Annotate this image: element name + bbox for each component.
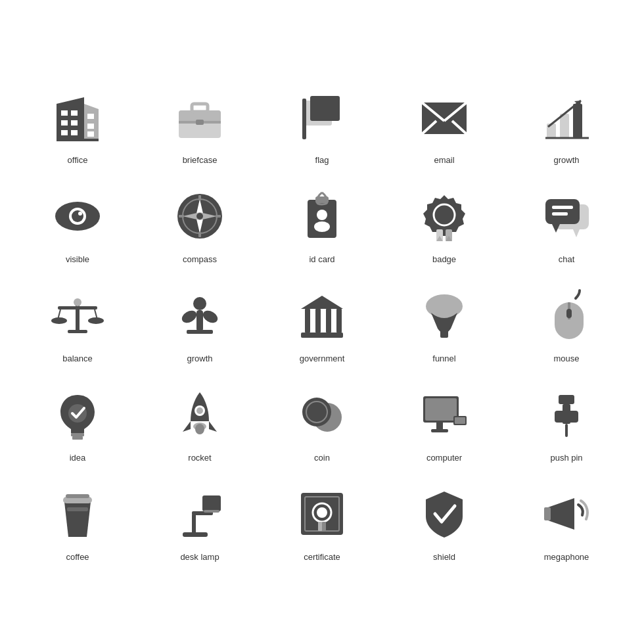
svg-point-34 bbox=[72, 210, 83, 222]
svg-rect-106 bbox=[565, 424, 568, 437]
balance-label: balance bbox=[62, 354, 93, 363]
svg-rect-98 bbox=[425, 398, 457, 421]
compass-icon bbox=[167, 183, 233, 249]
svg-rect-60 bbox=[552, 212, 568, 216]
id-card-label: id card bbox=[309, 254, 334, 264]
certificate-label: certificate bbox=[304, 552, 340, 562]
svg-rect-44 bbox=[216, 215, 221, 218]
svg-rect-113 bbox=[202, 495, 221, 511]
svg-point-69 bbox=[193, 297, 206, 310]
idea-icon bbox=[45, 382, 110, 448]
svg-rect-46 bbox=[315, 196, 329, 203]
rocket-icon bbox=[167, 382, 233, 448]
push-pin-icon bbox=[534, 382, 599, 448]
icon-item-desk-lamp: desk lamp bbox=[142, 474, 258, 567]
growth-chart-icon bbox=[534, 84, 599, 150]
svg-point-40 bbox=[196, 213, 203, 219]
email-icon bbox=[411, 84, 477, 150]
desk-lamp-icon bbox=[167, 481, 233, 547]
svg-rect-14 bbox=[192, 104, 208, 112]
certificate-icon bbox=[289, 481, 355, 547]
computer-icon bbox=[411, 382, 477, 448]
growth-person-icon bbox=[167, 283, 233, 348]
shield-icon bbox=[411, 481, 477, 547]
svg-point-68 bbox=[74, 298, 81, 306]
svg-rect-100 bbox=[431, 429, 448, 432]
flag-label: flag bbox=[315, 155, 329, 165]
desk-lamp-label: desk lamp bbox=[180, 552, 219, 562]
funnel-label: funnel bbox=[432, 354, 455, 363]
svg-point-67 bbox=[88, 317, 104, 324]
rocket-label: rocket bbox=[188, 453, 211, 463]
svg-rect-16 bbox=[196, 120, 204, 125]
svg-point-70 bbox=[180, 308, 199, 325]
chat-label: chat bbox=[559, 254, 575, 264]
svg-rect-79 bbox=[301, 333, 343, 338]
coffee-label: coffee bbox=[66, 552, 89, 562]
icon-item-chat: chat bbox=[509, 177, 624, 269]
coffee-icon bbox=[45, 481, 110, 547]
svg-rect-81 bbox=[440, 329, 448, 338]
balance-icon bbox=[45, 283, 110, 348]
svg-rect-18 bbox=[310, 96, 340, 121]
svg-rect-2 bbox=[61, 110, 68, 116]
icon-item-email: email bbox=[386, 78, 502, 170]
svg-rect-63 bbox=[58, 306, 97, 310]
icon-item-compass: compass bbox=[142, 177, 258, 269]
svg-rect-78 bbox=[336, 309, 342, 333]
svg-point-66 bbox=[51, 317, 67, 324]
compass-label: compass bbox=[183, 254, 217, 264]
svg-rect-62 bbox=[68, 330, 87, 333]
svg-rect-84 bbox=[566, 309, 572, 318]
icon-item-idea: idea bbox=[20, 375, 135, 468]
icon-grid: office briefcase flag bbox=[0, 58, 644, 587]
svg-rect-3 bbox=[71, 110, 78, 116]
icon-item-briefcase: briefcase bbox=[142, 78, 258, 170]
icon-item-visible: visible bbox=[20, 177, 135, 269]
svg-rect-111 bbox=[192, 514, 196, 534]
icon-item-id-card: id card bbox=[264, 177, 380, 269]
coin-icon bbox=[289, 382, 355, 448]
svg-marker-121 bbox=[548, 498, 574, 530]
push-pin-label: push pin bbox=[550, 453, 582, 463]
coin-label: coin bbox=[314, 453, 330, 463]
svg-rect-9 bbox=[87, 124, 94, 129]
badge-label: badge bbox=[432, 254, 456, 264]
svg-point-47 bbox=[317, 210, 327, 220]
briefcase-label: briefcase bbox=[183, 155, 218, 165]
icon-item-rocket: rocket bbox=[142, 375, 258, 468]
svg-rect-73 bbox=[187, 330, 213, 334]
computer-label: computer bbox=[426, 453, 462, 463]
office-label: office bbox=[68, 155, 88, 165]
icon-item-balance: balance bbox=[20, 276, 135, 369]
growth-label: growth bbox=[553, 155, 579, 165]
svg-rect-122 bbox=[544, 507, 551, 520]
svg-marker-88 bbox=[183, 421, 191, 432]
visible-icon bbox=[45, 183, 110, 249]
svg-rect-19 bbox=[302, 99, 306, 139]
svg-rect-57 bbox=[545, 199, 580, 224]
shield-label: shield bbox=[433, 552, 455, 562]
svg-rect-114 bbox=[204, 510, 219, 513]
svg-rect-5 bbox=[71, 120, 78, 126]
icon-item-funnel: funnel bbox=[386, 276, 502, 369]
svg-rect-105 bbox=[555, 411, 578, 423]
svg-marker-56 bbox=[573, 229, 580, 237]
flag-icon bbox=[289, 84, 355, 150]
svg-rect-72 bbox=[196, 310, 203, 331]
svg-point-93 bbox=[196, 407, 203, 414]
svg-rect-41 bbox=[198, 195, 201, 200]
icon-item-office: office bbox=[20, 78, 135, 170]
svg-rect-102 bbox=[455, 417, 465, 424]
svg-point-35 bbox=[78, 212, 82, 216]
icon-item-flag: flag bbox=[264, 78, 380, 170]
svg-rect-75 bbox=[305, 309, 310, 333]
megaphone-label: megaphone bbox=[544, 552, 589, 562]
svg-rect-77 bbox=[326, 309, 331, 333]
icon-item-mouse: mouse bbox=[509, 276, 624, 369]
svg-point-118 bbox=[317, 507, 327, 518]
id-card-icon bbox=[289, 183, 355, 249]
svg-marker-74 bbox=[301, 296, 343, 309]
email-label: email bbox=[434, 155, 454, 165]
svg-rect-103 bbox=[559, 395, 574, 404]
